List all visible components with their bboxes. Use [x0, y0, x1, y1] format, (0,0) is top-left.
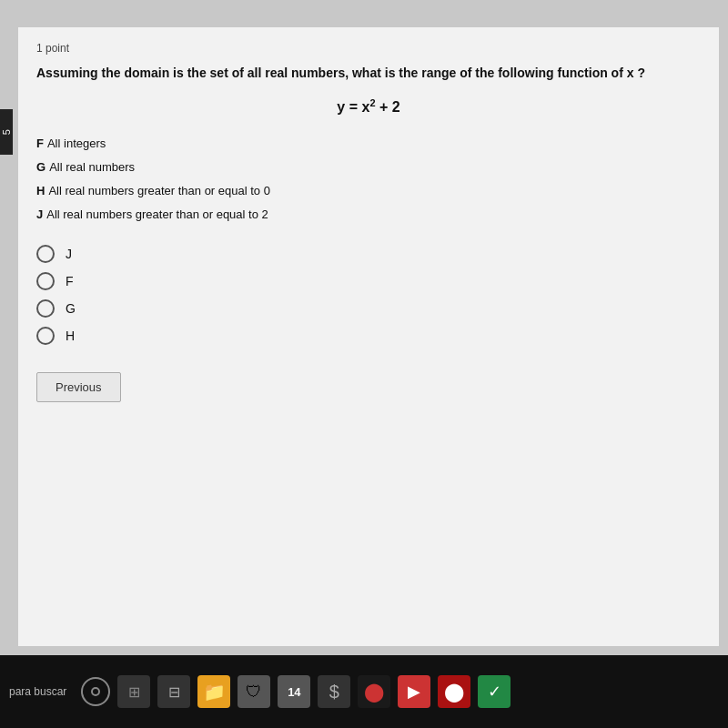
- taskbar-folder-icon[interactable]: 📁: [197, 675, 230, 708]
- taskbar-app1-icon[interactable]: ⬤: [358, 675, 390, 708]
- question-number-sidebar: 5: [0, 109, 13, 155]
- question-content: 1 point Assuming the domain is the set o…: [18, 27, 719, 646]
- taskbar-dollar-icon[interactable]: $: [318, 675, 350, 708]
- formula: y = x2 + 2: [36, 97, 701, 116]
- radio-label-g: G: [66, 301, 76, 316]
- radio-label-j: J: [66, 247, 72, 261]
- app1-icon: ⬤: [364, 681, 384, 703]
- choice-h-text: All real numbers greater than or equal t…: [48, 179, 270, 203]
- choice-f: F All integers: [36, 132, 701, 156]
- choice-j-text: All real numbers greater than or equal t…: [46, 203, 268, 227]
- radio-circle-g[interactable]: [36, 299, 55, 318]
- radio-circle-j[interactable]: [36, 245, 55, 263]
- previous-button[interactable]: Previous: [36, 372, 121, 402]
- choice-g-letter: G: [36, 156, 46, 179]
- taskbar-badge-14[interactable]: 14: [278, 675, 310, 708]
- taskbar-media-icon[interactable]: ▶: [398, 675, 430, 708]
- choice-f-text: All integers: [47, 132, 106, 156]
- choice-h-letter: H: [36, 179, 45, 203]
- choice-h: H All real numbers greater than or equal…: [36, 179, 701, 203]
- taskbar-windows-icon[interactable]: ⊞: [117, 675, 150, 708]
- taskbar: para buscar ⊞ ⊟ 📁 🛡 14 $ ⬤ ▶ ⬤ ✓: [0, 655, 728, 728]
- radio-option-g[interactable]: G: [36, 299, 701, 318]
- point-label: 1 point: [36, 42, 701, 55]
- radio-option-h[interactable]: H: [36, 327, 701, 345]
- taskbar-green-icon[interactable]: ✓: [478, 675, 511, 708]
- choice-g-text: All real numbers: [49, 156, 135, 179]
- radio-label-h: H: [66, 329, 75, 343]
- answer-choices: F All integers G All real numbers H All …: [36, 132, 701, 227]
- shield-icon: 🛡: [246, 682, 262, 702]
- monitor-icon: ⊟: [168, 683, 180, 701]
- folder-icon: 📁: [203, 681, 226, 703]
- radio-options-group: J F G H: [36, 245, 701, 345]
- formula-prefix: y = x: [337, 99, 369, 115]
- dollar-icon: $: [329, 682, 339, 703]
- taskbar-red-icon[interactable]: ⬤: [438, 675, 470, 708]
- choice-j: J All real numbers greater than or equal…: [36, 203, 701, 227]
- search-circle-icon[interactable]: [81, 677, 110, 706]
- red-icon: ⬤: [444, 681, 464, 703]
- question-text: Assuming the domain is the set of all re…: [36, 64, 701, 83]
- windows-icon: ⊞: [128, 683, 140, 701]
- radio-circle-f[interactable]: [36, 272, 55, 290]
- radio-option-j[interactable]: J: [36, 245, 701, 263]
- taskbar-shield-icon[interactable]: 🛡: [238, 675, 270, 708]
- radio-option-f[interactable]: F: [36, 272, 701, 290]
- question-number-text: 5: [1, 129, 12, 135]
- taskbar-monitor-icon[interactable]: ⊟: [157, 675, 190, 708]
- choice-g: G All real numbers: [36, 156, 701, 179]
- green-icon: ✓: [488, 682, 501, 702]
- formula-suffix: + 2: [376, 99, 400, 115]
- search-circle-inner: [91, 687, 100, 696]
- badge-number: 14: [288, 685, 300, 699]
- choice-j-letter: J: [36, 203, 43, 227]
- media-icon: ▶: [408, 682, 420, 702]
- taskbar-search-text: para buscar: [9, 685, 66, 698]
- radio-label-f: F: [66, 274, 74, 288]
- radio-circle-h[interactable]: [36, 327, 55, 345]
- choice-f-letter: F: [36, 132, 44, 156]
